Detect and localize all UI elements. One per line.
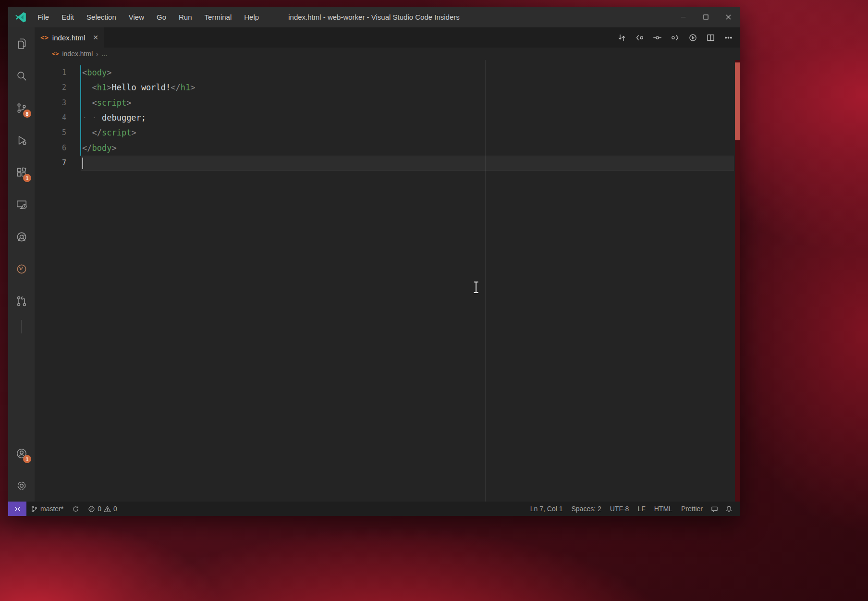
- breadcrumb-more[interactable]: ...: [102, 50, 108, 58]
- vscode-window: FileEditSelectionViewGoRunTerminalHelp i…: [8, 7, 740, 516]
- tab-close-icon[interactable]: ✕: [93, 34, 98, 41]
- sync-icon: [72, 505, 79, 513]
- modified-gutter-indicator[interactable]: [80, 96, 81, 110]
- split-editor-icon[interactable]: [704, 31, 717, 44]
- line-number[interactable]: 1: [35, 65, 66, 80]
- code-line-5[interactable]: 5 </script>: [35, 125, 740, 140]
- status-html[interactable]: HTML: [650, 502, 677, 516]
- menu-run[interactable]: Run: [172, 7, 198, 27]
- errors-count: 0: [98, 505, 101, 513]
- status-prettier[interactable]: Prettier: [677, 502, 707, 516]
- maximize-button[interactable]: [695, 7, 717, 27]
- search-icon[interactable]: [8, 60, 35, 92]
- code-text: <body>: [82, 65, 111, 80]
- menubar: FileEditSelectionViewGoRunTerminalHelp: [31, 7, 265, 27]
- status-right: Ln 7, Col 1Spaces: 2UTF-8LFHTMLPrettier: [526, 502, 740, 516]
- menu-selection[interactable]: Selection: [80, 7, 122, 27]
- status-lf[interactable]: LF: [633, 502, 649, 516]
- line-number[interactable]: 2: [35, 80, 66, 95]
- menu-edit[interactable]: Edit: [55, 7, 80, 27]
- chevron-right-icon: ›: [96, 50, 98, 58]
- previous-change-icon[interactable]: [633, 31, 646, 44]
- next-change-icon[interactable]: [668, 31, 682, 44]
- sync-status[interactable]: [68, 502, 84, 516]
- run-preview-icon[interactable]: [686, 31, 699, 44]
- menu-help[interactable]: Help: [238, 7, 265, 27]
- status-right-items: Ln 7, Col 1Spaces: 2UTF-8LFHTMLPrettier: [526, 502, 707, 516]
- html-file-icon: <>: [40, 34, 49, 41]
- modified-gutter-indicator[interactable]: [80, 110, 81, 125]
- breadcrumb-file[interactable]: index.html: [62, 50, 93, 58]
- mouse-cursor-ibeam: [472, 281, 480, 294]
- branch-status[interactable]: master*: [26, 502, 68, 516]
- notifications-bell-icon[interactable]: [721, 502, 736, 516]
- status-ln-7-col-1[interactable]: Ln 7, Col 1: [526, 502, 567, 516]
- close-button[interactable]: [717, 7, 740, 27]
- menu-file[interactable]: File: [31, 7, 55, 27]
- warnings-count: 0: [113, 505, 117, 513]
- minimize-button[interactable]: [672, 7, 695, 27]
- source-control-icon[interactable]: 8: [8, 92, 35, 124]
- more-actions-icon[interactable]: [721, 31, 735, 44]
- activity-bar-spacer: [8, 336, 35, 437]
- scrollbar[interactable]: [735, 60, 740, 502]
- line-number[interactable]: 7: [35, 156, 66, 171]
- problems-status[interactable]: 0 0: [84, 502, 122, 516]
- source-control-badge: 8: [23, 110, 31, 118]
- line-number[interactable]: 5: [35, 125, 66, 140]
- code-line-2[interactable]: 2 <h1>Hello world!</h1>: [35, 80, 740, 95]
- code-text: </script>: [82, 125, 136, 140]
- modified-gutter-indicator[interactable]: [80, 80, 81, 95]
- code-lines: 1<body>2 <h1>Hello world!</h1>3 <script>…: [35, 65, 740, 171]
- tab-bar: <> index.html ✕: [35, 27, 740, 48]
- chrome-debugger-icon[interactable]: [8, 221, 35, 253]
- window-title: index.html - web-worker - Visual Studio …: [288, 7, 460, 27]
- code-line-3[interactable]: 3 <script>: [35, 96, 740, 110]
- compare-changes-icon[interactable]: [615, 31, 628, 44]
- status-bar: master* 0 0 Ln 7, Col 1Spaces: 2UTF-8LFH…: [8, 502, 740, 516]
- status-utf-8[interactable]: UTF-8: [606, 502, 634, 516]
- github-pull-requests-icon[interactable]: [8, 285, 35, 317]
- run-debug-icon[interactable]: [8, 124, 35, 156]
- status-spaces-2[interactable]: Spaces: 2: [567, 502, 605, 516]
- errors-icon: [88, 505, 95, 513]
- code-line-7[interactable]: 7: [35, 156, 740, 171]
- remote-explorer-icon[interactable]: [8, 188, 35, 221]
- code-text: · · debugger;: [82, 110, 146, 125]
- menu-view[interactable]: View: [122, 7, 150, 27]
- extensions-icon[interactable]: 1: [8, 156, 35, 188]
- line-number[interactable]: 3: [35, 96, 66, 110]
- code-text: <script>: [82, 96, 131, 110]
- firefox-debugger-icon[interactable]: [8, 253, 35, 285]
- explorer-icon[interactable]: [8, 27, 35, 60]
- modified-gutter-indicator[interactable]: [80, 125, 81, 140]
- modified-gutter-indicator[interactable]: [80, 141, 81, 156]
- text-caret: [82, 158, 83, 169]
- breadcrumb: <> index.html › ...: [35, 48, 740, 60]
- remote-indicator-icon[interactable]: [8, 502, 26, 516]
- code-line-4[interactable]: 4· · debugger;: [35, 110, 740, 125]
- git-branch-icon: [31, 505, 38, 513]
- settings-gear-icon[interactable]: [8, 469, 35, 502]
- activity-bar-separator: [21, 320, 22, 333]
- code-line-1[interactable]: 1<body>: [35, 65, 740, 80]
- html-file-icon: <>: [52, 50, 59, 57]
- line-number[interactable]: 4: [35, 110, 66, 125]
- scrollbar-thumb[interactable]: [735, 62, 740, 140]
- current-change-icon[interactable]: [650, 31, 664, 44]
- window-controls: [672, 7, 740, 27]
- activity-bar: 8 1 1: [8, 27, 35, 502]
- code-editor[interactable]: 1<body>2 <h1>Hello world!</h1>3 <script>…: [35, 60, 740, 502]
- code-text: <h1>Hello world!</h1>: [82, 80, 196, 95]
- accounts-badge: 1: [23, 455, 31, 463]
- menu-go[interactable]: Go: [150, 7, 172, 27]
- tab-index-html[interactable]: <> index.html ✕: [35, 27, 104, 48]
- modified-gutter-indicator[interactable]: [80, 65, 81, 80]
- menu-terminal[interactable]: Terminal: [198, 7, 238, 27]
- accounts-icon[interactable]: 1: [8, 437, 35, 469]
- feedback-icon[interactable]: [707, 502, 721, 516]
- code-line-6[interactable]: 6</body>: [35, 141, 740, 156]
- branch-name: master*: [40, 505, 63, 513]
- vscode-insiders-logo-icon: [15, 12, 26, 23]
- line-number[interactable]: 6: [35, 141, 66, 156]
